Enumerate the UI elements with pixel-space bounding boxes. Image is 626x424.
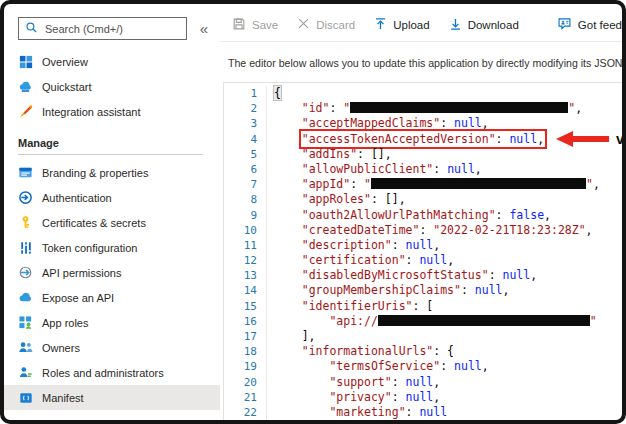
code-token: "appRoles"	[302, 192, 371, 206]
editor-line[interactable]: 22 "marketing": null	[224, 405, 622, 420]
editor-line[interactable]: 15 "identifierUris": [	[224, 299, 622, 314]
code-token	[274, 344, 302, 358]
person-admin-icon	[18, 365, 33, 380]
sidebar-item-label: Manifest	[42, 392, 84, 404]
quickstart-icon	[18, 79, 33, 94]
sidebar-item-label: Authentication	[42, 192, 112, 204]
line-number: 9	[224, 208, 267, 223]
app-roles-icon	[18, 315, 33, 330]
save-button[interactable]: Save	[232, 17, 278, 33]
line-number: 8	[224, 192, 267, 207]
line-number: 7	[224, 177, 267, 192]
line-code: "acceptMappedClaims": null,	[267, 116, 489, 131]
sidebar-item-quickstart[interactable]: Quickstart	[4, 74, 220, 99]
code-token: "	[343, 101, 350, 115]
line-code: "description": null,	[267, 238, 440, 253]
editor-line[interactable]: 10 "createdDateTime": "2022-02-21T18:23:…	[224, 223, 622, 238]
line-number: 6	[224, 162, 267, 177]
editor-line[interactable]: 21 "privacy": null,	[224, 390, 622, 405]
sidebar-item-integration-assistant[interactable]: Integration assistant	[4, 99, 220, 124]
sidebar-item-owners[interactable]: Owners	[4, 335, 220, 360]
sidebar-item-api-permissions[interactable]: API permissions	[4, 260, 220, 285]
sidebar-item-roles-administrators[interactable]: Roles and administrators	[4, 360, 220, 385]
upload-button[interactable]: Upload	[374, 17, 429, 33]
code-token: "description"	[302, 238, 392, 252]
discard-button[interactable]: Discard	[297, 17, 355, 32]
editor-line[interactable]: 6 "allowPublicClient": null,	[224, 162, 622, 177]
line-number: 3	[224, 116, 267, 131]
sidebar-item-app-roles[interactable]: App roles	[4, 310, 220, 335]
sidebar-item-overview[interactable]: Overview	[4, 49, 220, 74]
sidebar-item-label: Owners	[42, 342, 80, 354]
line-code: "certification": null,	[267, 253, 454, 268]
code-token: ],	[274, 329, 316, 343]
code-token: false	[509, 208, 544, 222]
code-token	[274, 314, 329, 328]
code-token: :	[392, 390, 406, 404]
line-code: "marketing": null	[267, 405, 447, 420]
annotation-arrow-icon	[556, 131, 609, 147]
feedback-button[interactable]: Got feedback?	[557, 17, 626, 33]
editor-line[interactable]: 17 ],	[224, 329, 622, 344]
sidebar-item-authentication[interactable]: Authentication	[4, 185, 220, 210]
code-token: :	[496, 208, 510, 222]
collapse-sidebar-button[interactable]: «	[196, 19, 212, 38]
code-token: ,	[530, 268, 537, 282]
editor-line[interactable]: 11 "description": null,	[224, 238, 622, 253]
search-box[interactable]	[18, 17, 187, 40]
code-token: null	[406, 375, 434, 389]
sidebar-item-certificates-secrets[interactable]: Certificates & secrets	[4, 210, 220, 235]
download-button[interactable]: Download	[449, 17, 519, 33]
sidebar-item-token-configuration[interactable]: Token configuration	[4, 235, 220, 260]
app-registration-blade: « Overview Quickstart Integration assist…	[0, 0, 626, 424]
code-token: "identifierUris"	[302, 299, 413, 313]
sidebar-item-expose-an-api[interactable]: Expose an API	[4, 285, 220, 310]
editor-line[interactable]: 2 "id": "",	[224, 101, 622, 116]
editor-line[interactable]: 13 "disabledByMicrosoftStatus": null,	[224, 268, 622, 283]
editor-line[interactable]: 14 "groupMembershipClaims": null,	[224, 283, 622, 298]
editor-line[interactable]: 18 "informationalUrls": {	[224, 344, 622, 359]
sidebar-item-label: API permissions	[42, 267, 121, 279]
manifest-json-editor[interactable]: 1{2 "id": "",3 "acceptMappedClaims": nul…	[223, 82, 622, 420]
line-code: {	[267, 86, 281, 101]
editor-line[interactable]: 9 "oauth2AllowUrlPathMatching": false,	[224, 208, 622, 223]
code-token: :	[392, 238, 406, 252]
discard-x-icon	[297, 17, 310, 32]
sidebar-item-manifest[interactable]: Manifest	[4, 385, 220, 410]
code-token: :	[406, 253, 420, 267]
code-token: "groupMembershipClaims"	[302, 283, 461, 297]
code-token: ,	[537, 132, 544, 146]
code-token: "privacy"	[329, 390, 391, 404]
code-token: ,	[575, 101, 582, 115]
sidebar-section-manage: Manage	[4, 124, 220, 154]
line-number: 1	[224, 86, 267, 101]
editor-line[interactable]: 7 "appId": "",	[224, 177, 622, 192]
editor-line[interactable]: 8 "appRoles": [],	[224, 192, 622, 207]
code-token: :	[489, 268, 503, 282]
editor-line[interactable]: 5 "addIns": [],	[224, 147, 622, 162]
brace-highlight: {	[274, 86, 281, 100]
manifest-editor-pane: Save Discard Upload Download	[220, 4, 622, 420]
editor-line[interactable]: 16 "api://"	[224, 314, 622, 329]
editor-line[interactable]: 12 "certification": null,	[224, 253, 622, 268]
editor-line[interactable]: 19 "termsOfService": null,	[224, 359, 622, 374]
download-label: Download	[468, 19, 519, 31]
line-number: 10	[224, 223, 267, 238]
upload-icon	[374, 17, 387, 33]
code-token	[274, 116, 302, 130]
code-token: :	[440, 116, 454, 130]
code-token: ,	[433, 238, 440, 252]
code-token: : {	[433, 344, 454, 358]
editor-line[interactable]: 20 "support": null,	[224, 375, 622, 390]
code-token	[274, 101, 302, 115]
code-token: null	[406, 238, 434, 252]
editor-line[interactable]: 3 "acceptMappedClaims": null,	[224, 116, 622, 131]
search-input[interactable]	[43, 22, 180, 36]
editor-line[interactable]: 4 "accessTokenAcceptedVersion": null,v1.…	[224, 132, 622, 147]
line-number: 22	[224, 405, 267, 420]
sidebar-item-branding-properties[interactable]: Branding & properties	[4, 160, 220, 185]
editor-line[interactable]: 1{	[224, 86, 622, 101]
code-token	[274, 208, 302, 222]
editor-description: The editor below allows you to update th…	[220, 42, 622, 82]
code-token: "marketing"	[329, 405, 405, 419]
